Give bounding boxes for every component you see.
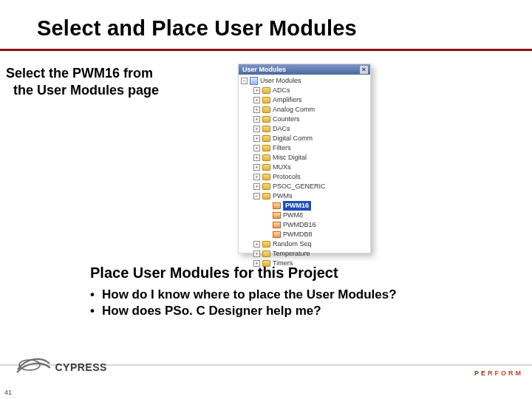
tree-folder-label: Amplifiers [273,95,302,105]
tree-folder[interactable]: +MUXs [241,163,369,172]
cypress-logo-text: CYPRESS [55,361,106,373]
title-divider [0,49,532,51]
tree-folder-label: Random Seq [273,239,312,249]
root-icon [250,77,258,85]
bullet-text: How does PSo. C Designer help me? [102,303,321,319]
module-icon [273,231,281,238]
panel-title: User Modules [242,66,286,73]
bullet-dot-icon: • [90,303,102,319]
tree-item-label: PWM8 [283,211,303,220]
close-icon[interactable]: × [360,66,368,74]
tree-folder[interactable]: +Random Seq [241,239,369,249]
user-modules-panel: User Modules × − User Modules +ADCs +Amp… [238,64,371,253]
tree-root-label: User Modules [260,76,301,86]
tree-folder-label: Digital Comm [273,134,313,143]
expand-icon[interactable]: + [253,183,260,190]
folder-icon [262,183,270,190]
expand-icon[interactable]: + [253,250,260,257]
tree-folder-label: ADCs [273,86,290,95]
tree-folder-label: MUXs [273,163,291,172]
tree-item-label: PWMDB16 [283,220,316,230]
slide-title: Select and Place User Modules [37,16,357,41]
tree-folder[interactable]: +Filters [241,143,369,153]
collapse-icon[interactable]: − [253,193,260,200]
expand-icon[interactable]: + [253,116,260,123]
folder-icon [262,116,270,123]
folder-icon [262,174,270,180]
folder-icon [262,164,270,171]
tree-folder-label: Protocols [273,172,301,182]
tree-folder[interactable]: +DACs [241,124,369,134]
expand-icon[interactable]: + [253,87,260,94]
tree-folder-label: Filters [273,143,291,153]
tree-folder[interactable]: +Counters [241,115,369,124]
tree-item-label: PWM16 [283,201,311,211]
tree-item-selected[interactable]: PWM16 [241,201,369,211]
tree-folder[interactable]: +Analog Comm [241,105,369,115]
cypress-logo: CYPRESS [16,353,120,380]
tree-folder-label: Misc Digital [273,153,307,163]
tree-item[interactable]: PWMDB8 [241,230,369,239]
tree-folder[interactable]: +Protocols [241,172,369,182]
tree-folder-label: PSOC_GENERIC [273,182,326,191]
expand-icon[interactable]: + [253,145,260,151]
expand-icon[interactable]: + [253,126,260,132]
module-icon [273,222,281,228]
folder-icon [262,250,270,257]
expand-icon[interactable]: + [253,164,260,171]
tree-folder-open[interactable]: −PWMs [241,191,369,201]
expand-icon[interactable]: + [253,241,260,248]
tree-folder[interactable]: +ADCs [241,86,369,95]
folder-icon [262,126,270,132]
page-number: 41 [4,389,12,396]
tree-item[interactable]: PWM8 [241,211,369,220]
tree-folder-label: Temperature [273,249,310,259]
tree-view: − User Modules +ADCs +Amplifiers +Analog… [239,75,370,270]
tree-folder-label: DACs [273,124,290,134]
expand-icon[interactable]: + [253,97,260,103]
tree-folder-label: Counters [273,115,300,124]
tree-folder[interactable]: +Temperature [241,249,369,259]
tree-folder[interactable]: +Digital Comm [241,134,369,143]
bullet-list: • How do I know where to place the User … [90,287,445,320]
instruction-text: Select the PWM16 from the User Modules p… [6,65,205,98]
bullet-item: • How does PSo. C Designer help me? [90,303,445,319]
panel-titlebar: User Modules × [239,64,370,75]
tree-folder[interactable]: +Amplifiers [241,95,369,105]
tree-item-label: PWMDB8 [283,230,313,239]
folder-icon [262,87,270,94]
tree-root[interactable]: − User Modules [241,76,369,86]
bullet-item: • How do I know where to place the User … [90,287,445,303]
tree-folder[interactable]: +Misc Digital [241,153,369,163]
module-icon [273,202,281,209]
tree-item[interactable]: PWMDB16 [241,220,369,230]
folder-icon [262,193,270,200]
folder-icon [262,241,270,248]
cypress-swoosh-icon [16,353,50,375]
section-heading: Place User Modules for this Project [90,265,338,282]
module-icon [273,212,281,219]
folder-icon [262,145,270,151]
instruction-line-1: Select the PWM16 from [6,66,153,81]
folder-icon [262,154,270,161]
tree-folder[interactable]: +PSOC_GENERIC [241,182,369,191]
perform-tagline: PERFORM [474,369,523,377]
folder-icon [262,106,270,113]
expand-icon[interactable]: + [253,106,260,113]
expand-icon[interactable]: + [253,174,260,180]
collapse-icon[interactable]: − [241,78,248,84]
folder-icon [262,135,270,142]
tree-folder-label: PWMs [273,191,293,201]
expand-icon[interactable]: + [253,135,260,142]
tree-folder-label: Analog Comm [273,105,315,115]
bullet-dot-icon: • [90,287,102,303]
bullet-text: How do I know where to place the User Mo… [102,287,397,303]
expand-icon[interactable]: + [253,154,260,161]
folder-icon [262,97,270,103]
instruction-line-2: the User Modules page [13,83,159,98]
